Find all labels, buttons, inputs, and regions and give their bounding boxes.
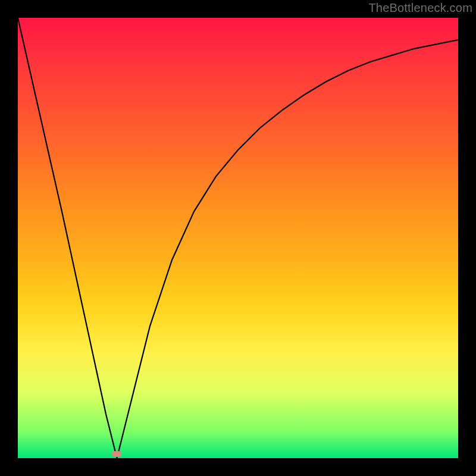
min-marker [112,451,121,457]
chart-frame: TheBottleneck.com [0,0,476,476]
watermark-text: TheBottleneck.com [368,1,472,15]
curve-path [18,18,458,458]
curve-layer [0,0,476,476]
